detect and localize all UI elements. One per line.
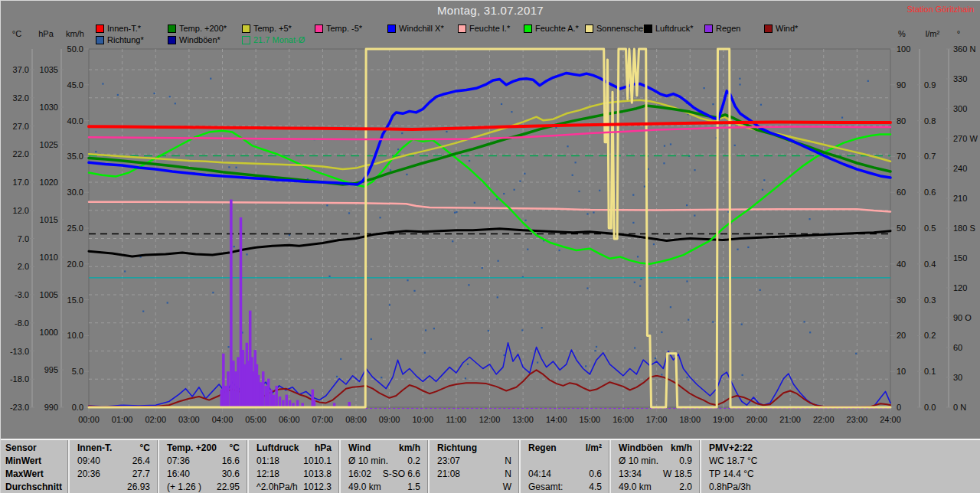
rain-bar (260, 382, 263, 407)
hpa-axis-label: 1030 (40, 103, 58, 112)
time-label: 22:00 (813, 415, 835, 424)
pct-axis-label: 10 (897, 367, 906, 376)
stats-section-wind: Windkm/hØ 10 min.0.216:02S-SO 6.649.0 km… (339, 440, 428, 493)
richtung-dot (102, 83, 103, 84)
time-label: 23:00 (847, 415, 868, 424)
temp-axis-label: 12.0 (13, 206, 29, 215)
stats-cell-row: 09:4026.4 (70, 455, 158, 468)
legend-item-r1-6: Feuchte A.* (524, 24, 579, 33)
time-label: 21:00 (779, 415, 801, 424)
kmh-axis-label: 15.0 (67, 295, 83, 305)
temp-axis-label: 17.0 (13, 178, 29, 187)
stats-section-header: Richtung (430, 442, 519, 455)
temp-axis-label: 37.0 (13, 65, 29, 74)
richtung-dot (514, 189, 515, 191)
richtung-dot (95, 151, 96, 152)
richtung-dot (246, 253, 247, 255)
pct-axis-label: 50 (897, 224, 906, 233)
richtung-dot (670, 306, 671, 308)
stats-cell-row: 49.0 km2.0 (611, 481, 700, 493)
richtung-dot (704, 87, 705, 89)
time-label: 19:00 (713, 415, 734, 424)
richtung-dot (734, 145, 736, 146)
kmh-axis-label: 20.0 (67, 260, 83, 269)
richtung-dot (639, 286, 641, 287)
richtung-dot (555, 127, 557, 129)
legend-item-r1-1: Temp. +200* (168, 24, 227, 33)
legend-swatch-icon (585, 24, 593, 33)
stats-cell-row: (+ 1.26 )22.95 (159, 481, 247, 493)
richtung-dot (634, 282, 635, 283)
richtung-dot (521, 329, 523, 331)
legend-item-r1-3: Temp. -5* (315, 24, 362, 33)
stats-cell-row: 20:3627.7 (70, 468, 158, 481)
hpa-axis-label: 1000 (40, 328, 58, 337)
axis-unit-label: ° (957, 29, 960, 38)
richtung-dot (390, 169, 391, 171)
rain-bar (240, 217, 243, 407)
legend-item-r1-4: Windchill X* (387, 24, 444, 33)
rain-bar (275, 386, 278, 407)
richtung-dot (599, 190, 600, 191)
pct-axis-label: 60 (897, 188, 906, 197)
richtung-dot (336, 376, 338, 377)
rain-bar (273, 395, 276, 407)
richtung-dot (227, 346, 229, 348)
hpa-axis-label: 1015 (40, 215, 58, 224)
dir-axis-label: 150 (953, 253, 967, 263)
rain-bar (237, 357, 240, 407)
richtung-dot (712, 103, 714, 105)
axis-unit-label: hPa (38, 29, 54, 38)
richtung-dot (519, 181, 521, 182)
richtung-dot (488, 330, 489, 331)
richtung-dot (594, 350, 596, 351)
legend-item-r1-8: Luftdruck* (644, 24, 694, 33)
richtung-dot (406, 174, 407, 175)
weather-chart: 37.032.027.022.017.012.07.02.0-3.0-8.0-1… (1, 1, 980, 439)
kmh-axis-label: 5.0 (72, 367, 83, 376)
time-label: 07:00 (312, 415, 334, 424)
richtung-dot (760, 104, 762, 106)
richtung-dot (585, 365, 586, 367)
rain-bar (232, 361, 235, 407)
legend-label: Richtung* (107, 35, 144, 44)
richtung-dot (541, 327, 543, 328)
richtung-dot (640, 279, 642, 280)
rain-bar (267, 379, 270, 407)
richtung-dot (433, 328, 435, 329)
stats-section-windb-en: Windböenkm/hØ 10 min.0.913:34W 18.549.0 … (609, 440, 700, 493)
kmh-axis-label: 30.0 (67, 188, 83, 197)
stats-section-header: Innen-T.°C (70, 442, 158, 455)
richtung-dot (407, 279, 408, 281)
stats-section-header: Regenl/m² (521, 442, 609, 455)
richtung-dot (712, 321, 714, 322)
pct-axis-label: 90 (897, 80, 906, 90)
richtung-dot (340, 358, 341, 360)
dir-axis-label: 210 (953, 194, 967, 203)
lm2-axis-label: 0.9 (924, 80, 936, 90)
stats-cell-row: TP 14.4 °C (701, 468, 980, 481)
richtung-dot (228, 166, 230, 168)
richtung-dot (501, 103, 502, 105)
time-label: 01:00 (112, 415, 133, 424)
time-label: 13:00 (512, 415, 534, 424)
axis-unit-label: l/m² (926, 29, 940, 38)
pct-axis-label: 20 (897, 331, 906, 340)
pct-axis-label: 30 (897, 295, 906, 305)
richtung-dot (741, 324, 743, 325)
stats-cell-row: 01:181010.1 (249, 455, 339, 468)
dir-axis-label: 300 (953, 104, 967, 113)
hpa-axis-label: 1035 (40, 65, 58, 74)
richtung-dot (637, 256, 639, 257)
richtung-dot (381, 377, 382, 378)
legend-swatch-icon (704, 24, 713, 33)
hpa-axis-label: 1025 (40, 140, 58, 149)
legend-swatch-icon (764, 24, 773, 33)
kmh-axis-label: 35.0 (67, 152, 83, 161)
richtung-dot (153, 93, 155, 94)
legend-label: Temp. +5* (253, 24, 292, 33)
lm2-axis-label: 0.0 (924, 403, 936, 412)
richtung-dot (559, 250, 560, 251)
kmh-axis-label: 25.0 (67, 224, 83, 233)
legend-label: Luftdruck* (655, 24, 694, 33)
